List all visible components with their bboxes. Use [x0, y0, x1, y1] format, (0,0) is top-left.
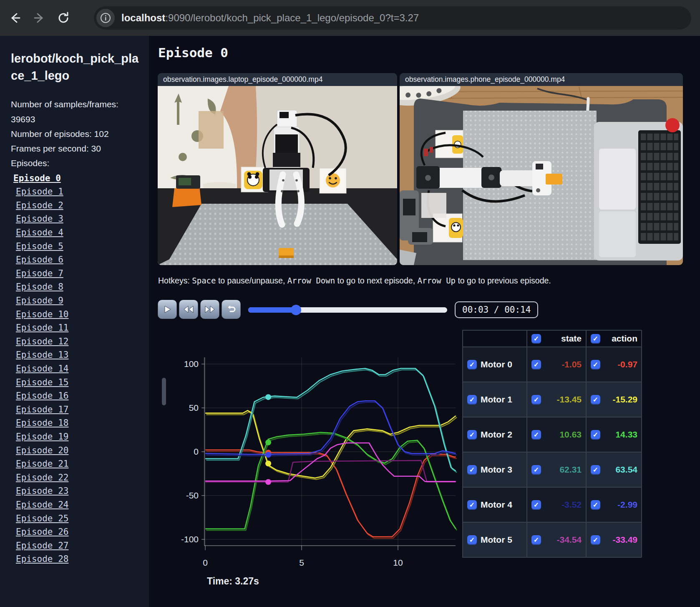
motor-table: ✓state✓action✓Motor 0✓-1.05✓-0.97✓Motor … — [462, 330, 642, 558]
dataset-info-line: Number of samples/frames: 39693 — [11, 97, 136, 126]
motor-1-state-value: -13.45 — [545, 395, 582, 405]
video-panel-laptop: observation.images.laptop_episode_000000… — [158, 73, 397, 265]
url-bar[interactable]: localhost:9090/lerobot/koch_pick_place_1… — [94, 6, 691, 30]
motor-0-action-checkbox[interactable]: ✓ — [591, 360, 600, 369]
seek-slider-thumb[interactable] — [291, 305, 301, 315]
motor-1-checkbox[interactable]: ✓ — [467, 395, 477, 405]
sidebar-item-episode-22[interactable]: Episode 22 — [16, 471, 141, 485]
state-header-checkbox[interactable]: ✓ — [531, 334, 541, 344]
motor-name: Motor 3 — [481, 465, 512, 475]
sidebar-item-episode-16[interactable]: Episode 16 — [16, 389, 141, 403]
video-title-laptop: observation.images.laptop_episode_000000… — [158, 73, 397, 86]
sidebar-item-episode-10[interactable]: Episode 10 — [16, 308, 141, 321]
sidebar-item-episode-14[interactable]: Episode 14 — [16, 362, 141, 376]
sidebar-item-episode-24[interactable]: Episode 24 — [16, 498, 141, 512]
episode-list: Episode 0Episode 1Episode 2Episode 3Epis… — [11, 172, 141, 566]
motor-4-state-checkbox[interactable]: ✓ — [531, 500, 541, 510]
motor-4-state-cell: ✓-3.52 — [527, 487, 586, 522]
motor-2-state-value: 10.63 — [545, 430, 582, 440]
sidebar-item-episode-26[interactable]: Episode 26 — [16, 525, 141, 539]
dataset-info-line: Frames per second: 30 — [11, 141, 136, 156]
loop-button[interactable] — [222, 300, 241, 319]
reload-icon[interactable] — [54, 9, 73, 27]
seek-slider-fill — [248, 307, 296, 313]
sidebar-item-episode-2[interactable]: Episode 2 — [16, 199, 141, 212]
sidebar-item-episode-15[interactable]: Episode 15 — [16, 376, 141, 389]
svg-text:-100: -100 — [181, 534, 199, 544]
motor-1-state-cell: ✓-13.45 — [527, 382, 586, 417]
sidebar-item-episode-13[interactable]: Episode 13 — [16, 348, 141, 362]
video-player-phone — [400, 86, 683, 265]
table-row-motor-4: ✓Motor 4✓-3.52✓-2.99 — [463, 487, 641, 522]
motor-0-state-checkbox[interactable]: ✓ — [531, 360, 541, 369]
sidebar-item-episode-27[interactable]: Episode 27 — [16, 539, 141, 553]
sidebar-item-episode-23[interactable]: Episode 23 — [16, 484, 141, 498]
motor-4-state-value: -3.52 — [545, 500, 582, 510]
rewind-button[interactable] — [179, 300, 198, 319]
sidebar-item-episode-28[interactable]: Episode 28 — [16, 552, 141, 566]
svg-text:10: 10 — [393, 558, 403, 567]
motor-5-state-value: -34.54 — [545, 535, 582, 545]
motor-2-action-value: 14.33 — [604, 430, 637, 440]
sidebar-item-episode-8[interactable]: Episode 8 — [16, 280, 141, 294]
sidebar-item-episode-12[interactable]: Episode 12 — [16, 335, 141, 349]
motor-5-action-checkbox[interactable]: ✓ — [591, 535, 600, 545]
motor-2-checkbox[interactable]: ✓ — [467, 430, 477, 440]
sidebar-item-episode-25[interactable]: Episode 25 — [16, 512, 141, 526]
sidebar-item-episode-18[interactable]: Episode 18 — [16, 416, 141, 430]
sidebar-item-episode-6[interactable]: Episode 6 — [16, 253, 141, 267]
sidebar-item-episode-5[interactable]: Episode 5 — [16, 240, 141, 253]
sidebar-item-episode-9[interactable]: Episode 9 — [16, 294, 141, 308]
motor-0-action-cell: ✓-0.97 — [586, 347, 642, 382]
motor-5-state-checkbox[interactable]: ✓ — [531, 535, 541, 545]
motor-5-checkbox[interactable]: ✓ — [467, 535, 477, 545]
sidebar-item-episode-3[interactable]: Episode 3 — [16, 212, 141, 226]
sidebar-item-episode-11[interactable]: Episode 11 — [16, 321, 141, 335]
svg-text:50: 50 — [189, 403, 199, 412]
motor-3-checkbox[interactable]: ✓ — [467, 465, 477, 475]
motor-1-action-checkbox[interactable]: ✓ — [591, 395, 600, 405]
table-row-motor-0: ✓Motor 0✓-1.05✓-0.97 — [463, 347, 641, 382]
sidebar-item-episode-19[interactable]: Episode 19 — [16, 430, 141, 444]
sidebar-item-episode-1[interactable]: Episode 1 — [16, 185, 141, 199]
video-panel-phone: observation.images.phone_episode_000000.… — [400, 73, 683, 265]
motor-name: Motor 2 — [481, 430, 512, 440]
motor-name-cell: ✓Motor 5 — [463, 522, 527, 557]
motor-4-action-cell: ✓-2.99 — [586, 487, 642, 522]
motor-3-state-checkbox[interactable]: ✓ — [531, 465, 541, 475]
sidebar-item-episode-4[interactable]: Episode 4 — [16, 226, 141, 240]
dataset-title: lerobot/koch_pick_place_1_lego — [11, 50, 141, 84]
motor-4-checkbox[interactable]: ✓ — [467, 500, 477, 510]
page: localhost:9090/lerobot/koch_pick_place_1… — [0, 0, 700, 607]
sidebar-item-episode-17[interactable]: Episode 17 — [16, 403, 141, 417]
dataset-info: Number of samples/frames: 39693Number of… — [11, 97, 136, 170]
url-host: localhost — [121, 12, 165, 23]
motor-1-state-checkbox[interactable]: ✓ — [531, 395, 541, 405]
motor-0-checkbox[interactable]: ✓ — [467, 360, 477, 369]
sidebar-item-episode-21[interactable]: Episode 21 — [16, 457, 141, 471]
motor-0-state-cell: ✓-1.05 — [527, 347, 586, 382]
motor-4-action-value: -2.99 — [604, 500, 637, 510]
seek-slider[interactable] — [248, 307, 447, 313]
sidebar-item-episode-0[interactable]: Episode 0 — [13, 172, 141, 185]
play-button[interactable] — [158, 300, 177, 319]
column-header-action-cell: ✓action — [586, 330, 642, 347]
motor-2-state-checkbox[interactable]: ✓ — [531, 430, 541, 440]
site-info-icon[interactable] — [96, 9, 115, 27]
dataset-info-line: Number of episodes: 102 — [11, 126, 136, 141]
action-header-checkbox[interactable]: ✓ — [591, 334, 600, 344]
dataset-info-line: Episodes: — [11, 156, 136, 170]
motor-2-action-checkbox[interactable]: ✓ — [591, 430, 600, 440]
sidebar: lerobot/koch_pick_place_1_lego Number of… — [0, 36, 149, 607]
motor-3-action-checkbox[interactable]: ✓ — [591, 465, 600, 475]
svg-text:100: 100 — [184, 359, 199, 369]
back-icon[interactable] — [6, 9, 24, 27]
sidebar-item-episode-20[interactable]: Episode 20 — [16, 444, 141, 458]
fast-forward-button[interactable] — [200, 300, 219, 319]
motor-4-action-checkbox[interactable]: ✓ — [591, 500, 600, 510]
motor-2-state-cell: ✓10.63 — [527, 417, 586, 452]
motor-chart: 100500-50-1000510Time: 3.27s — [158, 326, 459, 607]
forward-icon[interactable] — [30, 9, 48, 27]
sidebar-item-episode-7[interactable]: Episode 7 — [16, 267, 141, 281]
motor-0-action-value: -0.97 — [604, 359, 637, 369]
